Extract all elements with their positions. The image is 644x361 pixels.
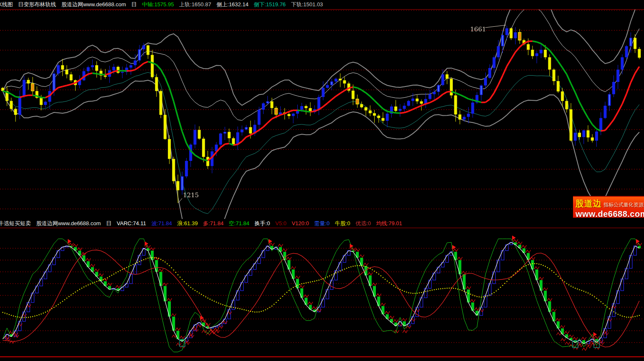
band-mid-value: 中轴:1575.95 — [142, 1, 174, 8]
band-upper-value: 上轨:1650.87 — [179, 1, 211, 8]
oscillator-chart[interactable] — [0, 228, 644, 357]
osc-lang-value: 浪:61.39 — [177, 220, 198, 226]
ad-tagline-label: 指标公式量化资源 — [603, 201, 644, 208]
bottom-separator — [0, 356, 644, 357]
osc-v5-value: V5:0 — [275, 220, 287, 226]
osc-xuliang-value: 需量:0 — [314, 220, 330, 226]
period-label: 日 — [131, 1, 137, 8]
band-side-lower-value: 侧下:1519.76 — [254, 1, 286, 8]
osc-period-label: 日 — [106, 220, 112, 226]
kline-chart[interactable] — [0, 10, 644, 219]
osc-duo-value: 多:71.84 — [203, 220, 223, 226]
chart-type-label: K线图 — [0, 1, 13, 8]
band-lower-value: 下轨:1501.03 — [291, 1, 323, 8]
osc-bo-value: 波:71.84 — [151, 220, 172, 226]
oscillator-header: 牛选短买短卖 股道边网www.de6688.com 日 VARC:74.11 波… — [0, 219, 644, 228]
indicator-name-label: 日变形布林轨线 — [18, 1, 56, 8]
osc-huanshou-value: 换手:0 — [255, 220, 270, 226]
osc-youxuan-value: 优选:0 — [355, 220, 371, 226]
osc-site-label: 股道边网www.de6688.com — [36, 220, 101, 226]
osc-niugu-value: 牛股:0 — [335, 220, 350, 226]
osc-kong-value: 空:71.84 — [229, 220, 249, 226]
ad-brand-label: 股道边 — [576, 198, 602, 209]
band-side-upper-value: 侧上:1632.14 — [216, 1, 248, 8]
ad-url-label: www.de6688.com — [576, 209, 644, 219]
osc-indicator-name-label: 牛选短买短卖 — [0, 220, 31, 226]
osc-junxian-value: 均线:79.01 — [376, 220, 402, 226]
ad-badge[interactable]: 股道边 指标公式量化资源 www.de6688.com — [573, 196, 644, 218]
osc-varc-value: VARC:74.11 — [117, 220, 146, 226]
kline-header: K线图 日变形布林轨线 股道边网www.de6688.com 日 中轴:1575… — [0, 0, 644, 10]
site-label: 股道边网www.de6688.com — [61, 1, 126, 8]
osc-v120-value: V120:0 — [292, 220, 309, 226]
